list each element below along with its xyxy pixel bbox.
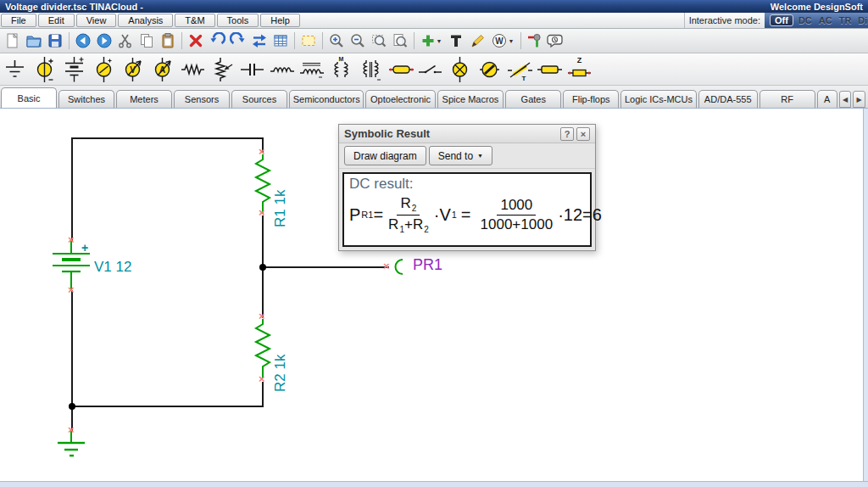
voltage-generator-icon[interactable]: V	[120, 55, 147, 84]
text-tool-icon[interactable]	[446, 31, 466, 51]
zoom-in-icon[interactable]	[326, 31, 347, 51]
impedance-icon[interactable]: Z	[565, 55, 592, 84]
tab-sources[interactable]: Sources	[231, 90, 287, 108]
wire-bottom[interactable]	[71, 406, 264, 407]
undo-icon[interactable]	[207, 31, 227, 51]
cut-icon[interactable]	[115, 31, 136, 51]
capacitor-icon[interactable]	[239, 55, 265, 84]
mode-dc-button[interactable]: DC	[797, 15, 814, 25]
dialog-help-button[interactable]: ?	[560, 127, 574, 141]
ground-icon[interactable]	[2, 55, 28, 84]
probe-pr1[interactable]	[391, 257, 409, 277]
wire-right-lower[interactable]	[262, 382, 264, 406]
wire-left-lower[interactable]	[71, 290, 73, 406]
fuse-icon[interactable]	[387, 55, 414, 84]
save-icon[interactable]	[45, 31, 65, 51]
tab-spice-macros[interactable]: Spice Macros	[437, 90, 504, 108]
ai-assistant-icon[interactable]	[546, 31, 566, 51]
zoom-window-icon[interactable]	[369, 31, 389, 51]
menu-analysis[interactable]: Analysis	[118, 14, 173, 27]
battery-icon[interactable]	[61, 55, 87, 84]
delete-icon[interactable]	[186, 31, 206, 51]
annotation-pen-icon[interactable]	[467, 31, 487, 51]
potentiometer-icon[interactable]	[209, 55, 236, 84]
add-component-icon[interactable]: ▼	[418, 31, 445, 51]
macro-box-icon[interactable]	[536, 55, 562, 84]
menu-tools[interactable]: Tools	[217, 14, 259, 27]
r2-label[interactable]: R2 1k	[272, 355, 289, 392]
new-document-icon[interactable]	[3, 31, 23, 51]
dialog-title-bar[interactable]: Symbolic Result ? ×	[339, 125, 595, 143]
resistor-icon[interactable]	[180, 55, 206, 84]
menu-edit[interactable]: Edit	[38, 14, 75, 27]
meter-icon[interactable]	[476, 55, 503, 84]
tab-basic[interactable]: Basic	[1, 87, 57, 108]
power-supply-icon[interactable]	[91, 55, 117, 84]
tab-scroll-left-icon[interactable]: ◀	[839, 91, 852, 108]
terminal-mark: ×	[68, 234, 75, 245]
add-component-dropdown-icon[interactable]: ▼	[437, 38, 443, 44]
menu-file[interactable]: File	[1, 14, 36, 27]
dialog-close-button[interactable]: ×	[576, 127, 590, 141]
horizontal-scrollbar[interactable]	[0, 481, 868, 487]
probe-pin-icon[interactable]	[525, 31, 545, 51]
tab-logic-ics-mcus[interactable]: Logic ICs-MCUs	[620, 90, 696, 108]
tab-meters[interactable]: Meters	[116, 90, 172, 108]
resistor-r2[interactable]	[252, 319, 274, 378]
iron-core-inductor-icon[interactable]	[298, 55, 325, 84]
redo-icon[interactable]	[228, 31, 248, 51]
current-generator-icon[interactable]: A	[150, 55, 176, 84]
controlled-source-icon[interactable]: T	[506, 55, 532, 84]
lamp-icon[interactable]	[447, 55, 473, 84]
menu-help[interactable]: Help	[260, 14, 300, 27]
table-icon[interactable]	[270, 31, 291, 51]
copy-icon[interactable]	[136, 31, 157, 51]
draw-diagram-button[interactable]: Draw diagram	[344, 146, 426, 165]
macro-w-icon[interactable]: W ▼	[488, 31, 517, 51]
voltage-source-icon[interactable]	[31, 55, 58, 84]
dialog-title: Symbolic Result	[344, 127, 558, 140]
forward-icon[interactable]	[94, 31, 114, 51]
menu-tm[interactable]: T&M	[175, 14, 214, 27]
mode-tr-button[interactable]: TR	[837, 15, 854, 25]
macro-dropdown-icon[interactable]: ▼	[509, 38, 515, 44]
schematic-canvas[interactable]: + V1 12 R1 1k R2 1k PR1 × × × ×	[0, 109, 868, 481]
reorder-icon[interactable]	[249, 31, 270, 51]
tab-semiconductors[interactable]: Semiconductors	[289, 90, 364, 108]
tab-switches[interactable]: Switches	[58, 90, 114, 108]
dc-result-label: DC result:	[349, 176, 585, 193]
tab-flip-flops[interactable]: Flip-flops	[563, 90, 619, 108]
wire-probe[interactable]	[262, 266, 389, 268]
menu-view[interactable]: View	[76, 14, 117, 27]
paste-icon[interactable]	[158, 31, 178, 51]
tinacloud-window: Voltage divider.tsc TINACloud - Welcome …	[0, 0, 868, 487]
mode-dig-button[interactable]: Dig	[856, 15, 868, 25]
v1-label[interactable]: V1 12	[94, 259, 131, 276]
svg-text:W: W	[495, 36, 504, 46]
switch-icon[interactable]	[417, 55, 443, 84]
inductor-icon[interactable]	[269, 55, 295, 84]
mode-off-button[interactable]: Off	[770, 14, 793, 26]
mode-ac-button[interactable]: AC	[817, 15, 834, 25]
tab-gates[interactable]: Gates	[505, 90, 561, 108]
wire-left-upper[interactable]	[71, 137, 73, 241]
coupled-inductors-icon[interactable]: M	[328, 55, 354, 84]
tab-rf[interactable]: RF	[760, 90, 815, 108]
tab-sensors[interactable]: Sensors	[174, 90, 230, 108]
resistor-r1[interactable]	[252, 154, 274, 214]
open-project-icon[interactable]	[24, 31, 44, 51]
back-icon[interactable]	[73, 31, 93, 51]
tab-a-partial[interactable]: A	[817, 90, 837, 108]
tab-scroll-right-icon[interactable]: ▶	[853, 91, 865, 108]
pr1-label[interactable]: PR1	[413, 256, 442, 274]
r1-label[interactable]: R1 1k	[272, 190, 289, 227]
tab-ad-da-555[interactable]: AD/DA-555	[698, 90, 758, 108]
vertical-scrollbar[interactable]	[863, 109, 868, 481]
send-to-button[interactable]: Send to ▼	[429, 146, 492, 165]
tab-optoelectronic[interactable]: Optoelectronic	[365, 90, 435, 108]
zoom-out-icon[interactable]	[348, 31, 368, 51]
transformer-icon[interactable]	[358, 55, 384, 84]
select-region-icon[interactable]	[298, 31, 319, 51]
wire-top[interactable]	[71, 137, 264, 139]
zoom-fit-icon[interactable]	[390, 31, 410, 51]
